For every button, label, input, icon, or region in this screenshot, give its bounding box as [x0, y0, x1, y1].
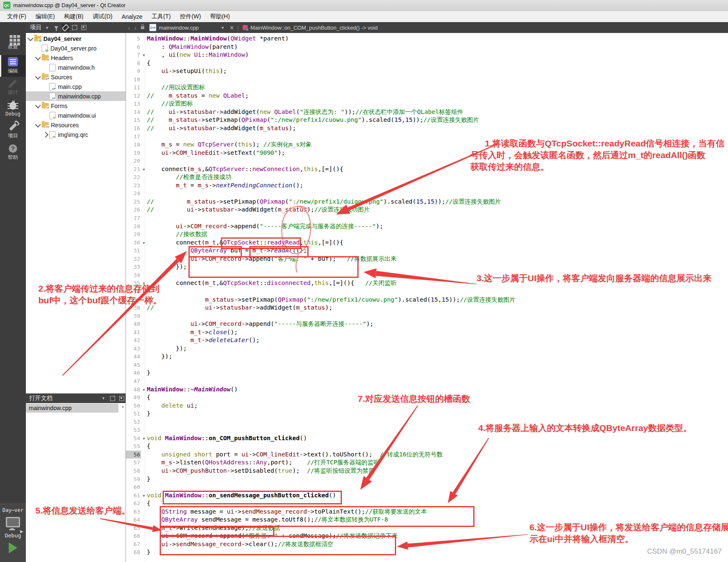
tree-item-Headers[interactable]: hHeaders	[26, 53, 126, 63]
code-line-62[interactable]: 62{	[126, 499, 515, 508]
target-expand-icon[interactable]: ▶	[20, 529, 23, 534]
code-line-28[interactable]: 28 ui->COM_record->append("-----客户端完成与服务…	[126, 222, 515, 231]
open-document-item[interactable]: mainwindow.cpp	[26, 403, 118, 413]
code-line-5[interactable]: 5MainWindow::MainWindow(QWidget *parent)	[126, 35, 515, 43]
code-line-65[interactable]: 65 m_t->write(sendMessage);//发送数据	[126, 524, 515, 532]
code-line-30[interactable]: 30▼ connect(m_t,&QTcpSocket::readyRead,t…	[126, 239, 515, 247]
code-line-17[interactable]: 17	[126, 133, 515, 141]
code-line-31[interactable]: 31 QByteArray buf = m_t->readAll();	[126, 247, 515, 255]
symbol-selector[interactable]: MainWindow::on_COM_pushButton_clicked() …	[250, 25, 377, 31]
tree-chevron-icon[interactable]	[28, 35, 33, 41]
code-line-19[interactable]: 19 ui->COM_lineEdit->setText("9090");	[126, 149, 515, 157]
code-line-13[interactable]: 13 //设置图标	[126, 100, 515, 108]
tree-item-Forms[interactable]: uiForms	[26, 101, 126, 111]
pane-dropdown-icon[interactable]: ▾	[43, 24, 51, 31]
menu-item[interactable]: Analyze	[117, 12, 147, 21]
code-line-52[interactable]: 52	[126, 418, 515, 426]
code-line-36[interactable]: 36	[126, 287, 515, 296]
sidebar-item-设计[interactable]: 设计	[0, 77, 26, 98]
code-line-54[interactable]: 54▼void MainWindow::on_COM_pushButton_cl…	[126, 434, 515, 443]
code-line-26[interactable]: 26// ui->statusbar->addWidget(m_status);…	[126, 206, 515, 214]
run-button[interactable]	[9, 542, 18, 553]
tree-chevron-icon[interactable]	[43, 131, 48, 137]
fold-marker-icon[interactable]: ▼	[141, 166, 147, 174]
code-line-45[interactable]: 45	[126, 361, 515, 369]
code-line-22[interactable]: 22 //检查是否连接成功	[126, 173, 515, 181]
code-line-18[interactable]: 18 m_s = new QTcpServer(this); //实例化m_s对…	[126, 141, 515, 149]
tree-chevron-icon[interactable]	[35, 102, 41, 108]
forward-icon[interactable]: ›	[132, 24, 138, 31]
menu-item[interactable]: 文件(F)	[3, 12, 31, 22]
code-line-9[interactable]: 9 ui->setupUi(this);	[126, 67, 515, 76]
code-line-46[interactable]: 46}	[126, 369, 515, 377]
code-line-34[interactable]: 34	[126, 271, 515, 280]
code-line-58[interactable]: 58 ui->COM_pushButton->setDisabled(true)…	[126, 467, 515, 475]
tree-item-Day04_server.pro[interactable]: qtDay04_server.pro	[26, 43, 126, 53]
code-line-16[interactable]: 16// ui->statusbar->addWidget(m_status);	[126, 124, 515, 133]
code-line-60[interactable]: 60	[126, 483, 515, 491]
code-line-43[interactable]: 43 });	[126, 345, 515, 353]
code-line-67[interactable]: 67 ui->sendMessage_record->clear();//将发送…	[126, 540, 515, 549]
code-line-29[interactable]: 29 //接收数据	[126, 230, 515, 239]
code-line-63[interactable]: 63 QString message = ui->sendMessage_rec…	[126, 508, 515, 516]
code-line-51[interactable]: 51}	[126, 410, 515, 418]
sidebar-item-项目[interactable]: 项目	[0, 120, 26, 142]
docs-close-icon[interactable]	[118, 395, 126, 402]
tree-item-Resources[interactable]: rcResources	[26, 120, 126, 130]
kit-selector[interactable]: Day⋯ver ▶ Debug	[0, 504, 26, 562]
tree-item-main.cpp[interactable]: c+main.cpp	[26, 82, 126, 91]
code-line-47[interactable]: 47	[126, 377, 515, 386]
code-line-37[interactable]: 37// m_status->setPixmap(QPixmap(":/new/…	[126, 296, 515, 304]
split-pane-icon[interactable]	[71, 24, 78, 31]
menu-item[interactable]: 控件(W)	[175, 12, 206, 22]
code-line-59[interactable]: 59}	[126, 475, 515, 484]
code-line-8[interactable]: 8{	[126, 59, 515, 68]
scroll-up-icon[interactable]: ▲	[121, 404, 125, 408]
code-line-68[interactable]: 68}	[126, 548, 515, 557]
menu-item[interactable]: 工具(T)	[147, 12, 175, 22]
code-line-24[interactable]: 24	[126, 189, 515, 198]
tree-item-mainwindow.cpp[interactable]: c+mainwindow.cpp	[26, 91, 126, 101]
code-line-20[interactable]: 20	[126, 157, 515, 165]
menu-item[interactable]: 构建(B)	[60, 12, 88, 22]
code-line-66[interactable]: 66 ui->COM_record->append("服务器: " + send…	[126, 532, 515, 540]
code-line-61[interactable]: 61▼void MainWindow::on_sendMessage_pushB…	[126, 491, 515, 500]
tree-chevron-icon[interactable]	[35, 54, 41, 60]
code-line-14[interactable]: 14// ui->statusbar->addWidget(new QLabel…	[126, 108, 515, 116]
close-file-icon[interactable]: ✕	[228, 24, 236, 31]
fold-marker-icon[interactable]: ▼	[141, 51, 147, 60]
code-line-7[interactable]: 7▼ , ui(new Ui::MainWindow)	[126, 51, 515, 59]
code-line-25[interactable]: 25// m_status->setPixmap(QPixmap(":/new/…	[126, 198, 515, 206]
code-line-48[interactable]: 48▼MainWindow::~MainWindow()	[126, 386, 515, 394]
code-line-32[interactable]: 32 ui->COM_record->append("客户端: " + buf)…	[126, 255, 515, 263]
sidebar-item-欢迎[interactable]: 欢迎	[0, 33, 26, 55]
docs-dropdown-icon[interactable]: ▾	[100, 395, 107, 402]
back-icon[interactable]: ‹	[126, 24, 132, 31]
code-line-21[interactable]: 21▼ connect(m_s,&QTcpServer::newConnecti…	[126, 165, 515, 174]
code-line-56[interactable]: 56 unsigned short port = ui->COM_lineEdi…	[126, 451, 515, 459]
filter-icon[interactable]	[53, 24, 60, 31]
fold-marker-icon[interactable]: ▼	[141, 492, 147, 500]
docs-split-icon[interactable]	[109, 395, 116, 402]
sidebar-item-帮助[interactable]: ?帮助	[0, 142, 26, 164]
code-line-33[interactable]: 33 });	[126, 263, 515, 271]
code-line-38[interactable]: 38// ui->statusbar->addWidget(m_status);	[126, 304, 515, 312]
tree-chevron-icon[interactable]	[35, 121, 41, 127]
code-line-50[interactable]: 50 delete ui;	[126, 402, 515, 410]
code-line-27[interactable]: 27	[126, 214, 515, 222]
tree-item-img-img.qrc[interactable]: rcimg\img.qrc	[26, 130, 126, 139]
tree-item-mainwindow.h[interactable]: mainwindow.h	[26, 63, 126, 72]
menu-item[interactable]: 编辑(E)	[31, 12, 60, 22]
code-line-41[interactable]: 41 m_t->close();	[126, 328, 515, 337]
code-line-64[interactable]: 64 QByteArray sendMessage = message.toUt…	[126, 516, 515, 524]
sync-link-icon[interactable]	[62, 24, 69, 31]
code-line-53[interactable]: 53	[126, 426, 515, 434]
code-line-10[interactable]: 10	[126, 76, 515, 84]
code-line-40[interactable]: 40 ui->COM_record->append("-----与服务器断开连接…	[126, 320, 515, 328]
code-line-35[interactable]: 35▼ connect(m_t,&QTcpSocket::disconnecte…	[126, 279, 515, 287]
title-bar[interactable]: QC mainwindow.cpp @ Day04_server - Qt Cr…	[0, 0, 728, 11]
fold-marker-icon[interactable]: ▼	[141, 280, 147, 288]
sidebar-item-Debug[interactable]: Debug	[0, 98, 26, 120]
code-line-39[interactable]: 39	[126, 312, 515, 320]
code-line-55[interactable]: 55{	[126, 442, 515, 451]
